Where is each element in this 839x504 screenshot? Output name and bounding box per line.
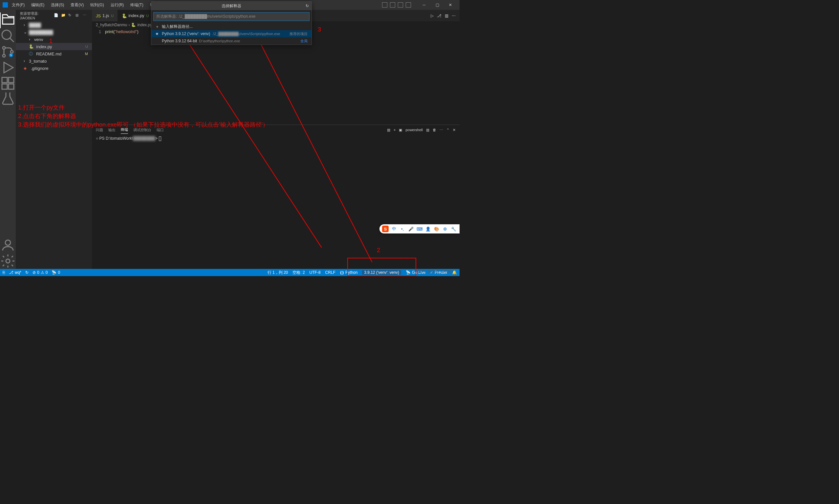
tree-folder[interactable]: ⌄████████ (16, 29, 92, 36)
explorer-title: 资源管理器: JIAOBEN (20, 11, 54, 20)
refresh-icon[interactable]: ↻ (306, 4, 309, 8)
info-icon: ⓘ (29, 51, 35, 57)
menu-select[interactable]: 选择(S) (48, 1, 67, 9)
more-icon[interactable]: ⋯ (452, 14, 456, 18)
tree-file-gitignore[interactable]: ◈.gitignore (16, 65, 92, 72)
line-numbers: 1 (92, 29, 105, 125)
activity-accounts[interactable] (0, 237, 16, 253)
more-icon[interactable]: ⋯ (83, 13, 88, 18)
tab-index-py[interactable]: 🐍 index.py U (118, 10, 153, 21)
terminal-shell-icon[interactable]: ▣ (399, 128, 402, 132)
ime-toolbar[interactable]: S 中 •, 🎤 ⌨ 👤 🎨 ⚙ 🔧 (379, 224, 460, 233)
status-branch[interactable]: ⎇ wq* (9, 270, 21, 275)
split-icon[interactable]: ▥ (426, 128, 429, 132)
status-remote[interactable]: ⎘ (3, 270, 5, 275)
status-sync[interactable]: ↻ (25, 270, 29, 275)
breadcrumb-file[interactable]: index.py (137, 23, 152, 27)
status-ports[interactable]: 📡 0 (52, 270, 60, 275)
panel-tab-debug[interactable]: 调试控制台 (133, 126, 151, 134)
menu-file[interactable]: 文件(F) (9, 1, 27, 9)
picker-item-venv[interactable]: ★ Python 3.9.12 ('venv': venv) .\2_█████… (151, 30, 311, 37)
ime-keyboard-icon[interactable]: ⌨ (416, 226, 423, 232)
terminal-split-icon[interactable]: ▥ (387, 128, 390, 132)
ime-lang[interactable]: 中 (391, 226, 397, 232)
status-interpreter[interactable]: 3.9.12 ('venv': venv) (362, 270, 401, 275)
star-icon: ★ (155, 32, 160, 36)
tree-folder[interactable]: ›████ (16, 21, 92, 29)
picker-input[interactable]: 所选解释器: .\2_████████mu\venv\Scripts\pytho… (153, 12, 310, 21)
svg-point-3 (3, 54, 5, 57)
svg-rect-7 (8, 77, 14, 83)
explorer-header: 资源管理器: JIAOBEN 📄 📁 ↻ ⊟ ⋯ (16, 10, 92, 21)
new-folder-icon[interactable]: 📁 (61, 13, 66, 18)
ime-user-icon[interactable]: 👤 (425, 226, 431, 232)
status-language[interactable]: ⸨⸩ Python (340, 270, 358, 275)
activity-search[interactable] (0, 28, 16, 44)
layout-panel-bottom-icon[interactable] (390, 2, 395, 7)
tree-folder-venv[interactable]: ›venv (16, 36, 92, 43)
tree-file-index-py[interactable]: 🐍index.pyU (16, 43, 92, 50)
activity-testing[interactable] (0, 91, 16, 107)
breadcrumb-folder[interactable]: 2_hyBatchDanmu (96, 23, 127, 27)
svg-rect-9 (8, 84, 14, 89)
panel-tab-terminal[interactable]: 终端 (121, 126, 128, 134)
js-icon: JS (96, 14, 100, 18)
menu-run[interactable]: 运行(R) (108, 1, 127, 9)
picker-title: 选择解释器 ↻ (151, 2, 311, 10)
picker-enter-path[interactable]: ＋ 输入解释器路径... (151, 23, 311, 30)
window-minimize[interactable]: ─ (417, 0, 431, 10)
new-file-icon[interactable]: 📄 (54, 13, 59, 18)
status-encoding[interactable]: UTF-8 (310, 270, 321, 275)
tab-status: U (111, 14, 114, 18)
terminal-shell-label[interactable]: powershell (405, 128, 423, 132)
close-panel-icon[interactable]: ✕ (453, 128, 456, 132)
trash-icon[interactable]: 🗑 (433, 128, 436, 132)
tree-folder-tomato[interactable]: ›3_tomato (16, 57, 92, 65)
svg-point-11 (6, 259, 10, 263)
activity-source-control[interactable]: 5 (0, 44, 16, 60)
more-icon[interactable]: ⋯ (440, 128, 443, 132)
menu-view[interactable]: 查看(V) (68, 1, 86, 9)
window-close[interactable]: ✕ (444, 0, 457, 10)
ime-skin-icon[interactable]: 🎨 (433, 226, 440, 232)
activity-settings[interactable] (0, 253, 16, 269)
split-editor-icon[interactable]: ▥ (445, 14, 448, 18)
layout-sidebar-right-icon[interactable] (398, 2, 403, 7)
svg-point-4 (11, 51, 13, 53)
refresh-icon[interactable]: ↻ (68, 13, 73, 18)
tab-1js[interactable]: JS 1.js U (92, 10, 118, 21)
debug-icon[interactable]: ⎇ (437, 14, 442, 18)
interpreter-picker: 选择解释器 ↻ 所选解释器: .\2_████████mu\venv\Scrip… (151, 1, 312, 45)
activity-extensions[interactable] (0, 75, 16, 91)
picker-item-global[interactable]: Python 3.9.12 64-bit D:\soft\python\pyth… (151, 37, 311, 44)
status-eol[interactable]: CRLF (325, 270, 336, 275)
status-cursor[interactable]: 行 1，列 20 (268, 270, 288, 275)
status-problems[interactable]: ⊘ 0 ⚠ 0 (33, 270, 48, 275)
panel-tab-output[interactable]: 输出 (108, 126, 116, 134)
layout-customize-icon[interactable] (406, 2, 411, 7)
collapse-icon[interactable]: ⊟ (75, 13, 81, 18)
ime-punctuation-icon[interactable]: •, (399, 226, 406, 232)
ime-tools-icon[interactable]: 🔧 (450, 226, 457, 232)
layout-sidebar-left-icon[interactable] (382, 2, 387, 7)
panel-tab-ports[interactable]: 端口 (157, 126, 164, 134)
window-maximize[interactable]: ▢ (431, 0, 444, 10)
ime-settings-icon[interactable]: ⚙ (442, 226, 448, 232)
menu-terminal[interactable]: 终端(T) (128, 1, 146, 9)
menu-edit[interactable]: 编辑(E) (29, 1, 47, 9)
run-icon[interactable]: ▷ (431, 14, 434, 18)
plus-icon: ＋ (155, 24, 160, 30)
vscode-icon (3, 2, 8, 7)
menu-go[interactable]: 转到(G) (88, 1, 106, 9)
terminal-content[interactable]: ○ PS D:\tomatoWork\████████> (92, 135, 460, 269)
svg-point-10 (5, 240, 11, 245)
ime-voice-icon[interactable]: 🎤 (408, 226, 414, 232)
maximize-icon[interactable]: ⌃ (446, 128, 449, 132)
panel-tab-problems[interactable]: 问题 (96, 126, 103, 134)
tree-file-readme[interactable]: ⓘREADME.mdM (16, 50, 92, 57)
activity-debug[interactable] (0, 60, 16, 75)
status-spaces[interactable]: 空格: 2 (292, 270, 305, 275)
watermark: CSDN @pixel_tomato (414, 269, 453, 273)
activity-explorer[interactable] (0, 13, 16, 28)
terminal-plus-icon[interactable]: + (394, 128, 396, 132)
